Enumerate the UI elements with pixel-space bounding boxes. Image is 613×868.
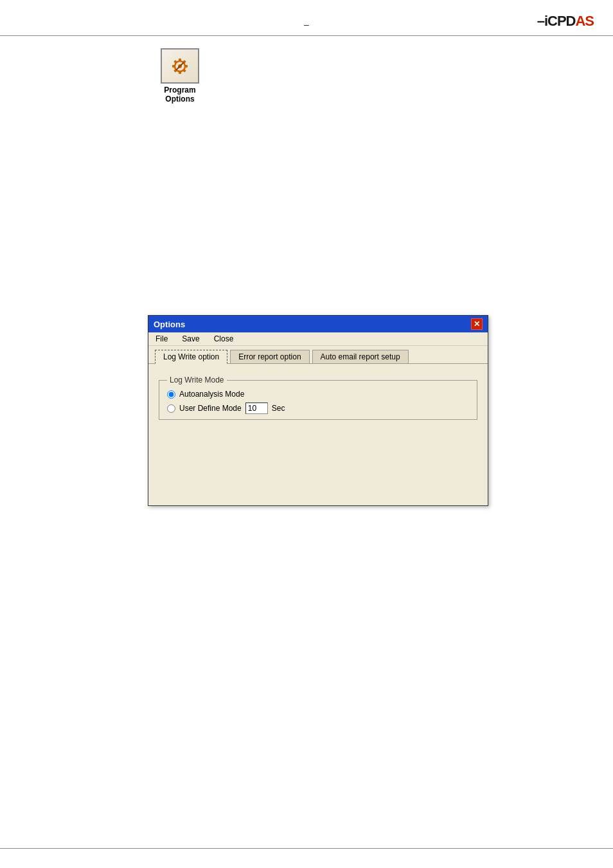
autoanalysis-radio[interactable] bbox=[167, 390, 175, 399]
svg-rect-3 bbox=[179, 71, 181, 74]
minimize-button[interactable]: – bbox=[304, 19, 309, 30]
logo: –iCPDAS bbox=[537, 13, 594, 30]
program-options-label: Program Options bbox=[164, 86, 195, 104]
dialog-titlebar: Options ✕ bbox=[148, 316, 488, 332]
interval-input[interactable] bbox=[245, 402, 268, 414]
userdefine-radio[interactable] bbox=[167, 404, 175, 413]
autoanalysis-mode-row: Autoanalysis Mode bbox=[167, 390, 469, 399]
logo-icpd: –iCPD bbox=[537, 13, 576, 29]
logo-as: AS bbox=[575, 13, 594, 29]
userdefine-label: User Define Mode bbox=[179, 404, 242, 413]
log-write-mode-group: Log Write Mode Autoanalysis Mode User De… bbox=[159, 375, 477, 420]
program-options-icon[interactable]: Program Options bbox=[154, 48, 206, 104]
svg-rect-4 bbox=[172, 65, 175, 68]
dialog-close-button[interactable]: ✕ bbox=[471, 318, 483, 330]
log-write-mode-legend: Log Write Mode bbox=[167, 375, 227, 384]
svg-rect-5 bbox=[184, 65, 188, 68]
menu-file[interactable]: File bbox=[154, 334, 170, 344]
menu-close[interactable]: Close bbox=[212, 334, 236, 344]
svg-line-10 bbox=[176, 62, 184, 70]
tab-error-report-option[interactable]: Error report option bbox=[230, 350, 309, 363]
top-border bbox=[0, 35, 613, 36]
dialog-title: Options bbox=[154, 320, 185, 329]
dialog-content: Log Write Mode Autoanalysis Mode User De… bbox=[148, 364, 488, 505]
program-options-icon-image bbox=[161, 48, 199, 84]
autoanalysis-label: Autoanalysis Mode bbox=[179, 390, 244, 399]
bottom-border bbox=[0, 848, 613, 849]
options-svg-icon bbox=[167, 53, 193, 79]
user-define-mode-row: User Define Mode Sec bbox=[167, 402, 469, 414]
options-dialog: Options ✕ File Save Close Log Write opti… bbox=[148, 315, 488, 506]
tab-auto-email-report-setup[interactable]: Auto email report setup bbox=[312, 350, 409, 363]
dialog-tabs: Log Write option Error report option Aut… bbox=[148, 346, 488, 364]
menu-save[interactable]: Save bbox=[180, 334, 201, 344]
interval-unit: Sec bbox=[272, 404, 285, 413]
dialog-menubar: File Save Close bbox=[148, 332, 488, 346]
tab-log-write-option[interactable]: Log Write option bbox=[155, 350, 227, 364]
svg-rect-2 bbox=[179, 59, 181, 62]
